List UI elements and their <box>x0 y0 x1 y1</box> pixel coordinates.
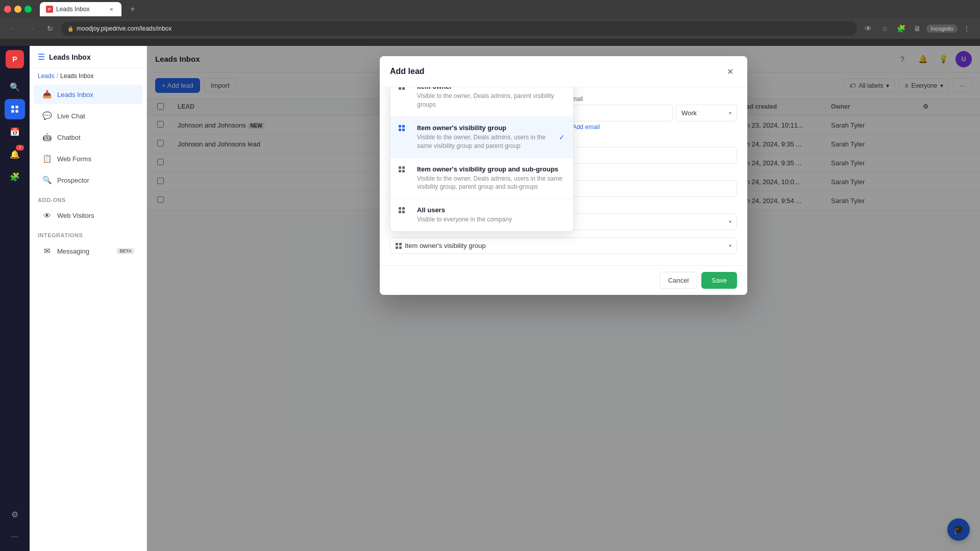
rail-icon-plugins[interactable]: 🧩 <box>5 166 25 187</box>
email-type-select[interactable]: Work ▾ <box>676 105 737 121</box>
browser-chrome: ✕ − + P Leads Inbox ✕ + ← → ↻ 🔒 moodjoy.… <box>0 0 980 46</box>
email-input[interactable] <box>568 105 673 121</box>
rail-icon-notifications[interactable]: 🔔 7 <box>5 144 25 164</box>
prospector-icon: 🔍 <box>42 176 52 185</box>
sidebar-header: ☰ Leads Inbox <box>30 46 146 68</box>
web-visitors-icon: 👁 <box>42 211 52 220</box>
vis-grid-icon-1 <box>399 87 411 95</box>
sidebar-item-web-forms[interactable]: 📋 Web Forms <box>34 149 142 168</box>
active-tab[interactable]: P Leads Inbox ✕ <box>40 2 121 16</box>
vis-option-item-owner-subgroups[interactable]: Item owner's visibility group and sub-gr… <box>390 158 573 199</box>
refresh-button[interactable]: ↻ <box>43 21 57 36</box>
visibility-select[interactable]: Item owner's visibility group ▾ <box>390 237 737 254</box>
vis-option-desc-1: Visible to the owner, Deals admins, pare… <box>417 92 565 109</box>
svg-rect-3 <box>16 110 18 113</box>
vis-option-title-2: Item owner's visibility group <box>417 124 553 132</box>
forward-button[interactable]: → <box>24 21 39 36</box>
add-ons-section-label: ADD-ONS <box>30 191 146 205</box>
address-bar[interactable]: 🔒 moodjoy.pipedrive.com/leads/inbox <box>61 21 857 36</box>
chevron-down-icon: ▾ <box>729 110 731 116</box>
grid-icon <box>396 243 402 249</box>
email-label: Email <box>568 95 737 103</box>
vis-option-content-2: Item owner's visibility group Visible to… <box>417 124 553 151</box>
visibility-chevron-icon: ▾ <box>729 243 731 248</box>
vis-option-title-1: Item owner <box>417 87 565 90</box>
email-form-group: Email Work ▾ + Add email <box>568 95 737 131</box>
modal-close-button[interactable]: ✕ <box>723 64 737 79</box>
breadcrumb-separator: / <box>57 72 58 80</box>
app-logo[interactable]: P <box>6 50 24 68</box>
vis-option-desc-4: Visible to everyone in the company <box>417 215 565 224</box>
menu-icon[interactable]: ⋮ <box>960 21 974 36</box>
sidebar-item-live-chat[interactable]: 💬 Live Chat <box>34 106 142 126</box>
main-content: Leads Inbox ? 🔔 💡 U + Add lead Import 🏷 … <box>147 46 980 551</box>
vis-option-desc-3: Visible to the owner, Deals admins, user… <box>417 174 565 192</box>
tab-title: Leads Inbox <box>56 6 89 13</box>
sidebar-item-prospector-label: Prospector <box>57 177 89 184</box>
svg-rect-2 <box>11 110 14 113</box>
profile-icon[interactable]: 🖥 <box>910 21 924 36</box>
chatbot-icon: 🤖 <box>42 133 52 142</box>
incognito-badge: Incognito <box>926 24 958 33</box>
sidebar-item-messaging[interactable]: ✉ Messaging BETA <box>34 241 142 261</box>
sidebar-item-prospector[interactable]: 🔍 Prospector <box>34 170 142 190</box>
sidebar: ☰ Leads Inbox Leads / Leads Inbox 📥 Lead… <box>30 46 147 551</box>
add-lead-modal: Add lead ✕ Person 👤 Edward Johnson NEW <box>380 56 747 295</box>
sidebar-item-leads-inbox[interactable]: 📥 Leads Inbox <box>34 85 142 104</box>
rail-icon-activities[interactable]: 📅 <box>5 121 25 142</box>
back-button[interactable]: ← <box>6 21 20 36</box>
sidebar-item-chatbot-label: Chatbot <box>57 134 81 141</box>
vis-option-content-4: All users Visible to everyone in the com… <box>417 206 565 224</box>
visibility-section: Item owner's visibility group ▾ <box>390 237 737 254</box>
lock-icon: 🔒 <box>67 26 74 32</box>
sidebar-header-title: Leads Inbox <box>49 53 91 61</box>
rail-icon-more[interactable]: ··· <box>5 527 25 547</box>
tab-close-button[interactable]: ✕ <box>107 5 115 13</box>
vis-option-desc-2: Visible to the owner, Deals admins, user… <box>417 133 553 151</box>
bookmark-star-icon[interactable]: ☆ <box>877 21 892 36</box>
messaging-beta-badge: BETA <box>117 248 134 254</box>
rail-icon-leads[interactable] <box>5 99 25 119</box>
browser-toolbar-actions: 👁 ☆ 🧩 🖥 Incognito ⋮ <box>861 21 974 36</box>
modal-title: Add lead <box>390 67 425 76</box>
eye-off-icon[interactable]: 👁 <box>861 21 875 36</box>
vis-option-title-3: Item owner's visibility group and sub-gr… <box>417 165 565 173</box>
sidebar-item-messaging-label: Messaging <box>57 247 89 255</box>
window-controls: ✕ − + <box>4 6 32 13</box>
rail-icon-search[interactable]: 🔍 <box>5 77 25 97</box>
notification-badge: 7 <box>16 145 24 151</box>
vis-grid-icon-2 <box>399 124 411 136</box>
sidebar-item-chatbot[interactable]: 🤖 Chatbot <box>34 128 142 147</box>
browser-titlebar: ✕ − + P Leads Inbox ✕ + <box>0 0 980 18</box>
sidebar-item-web-visitors-label: Web Visitors <box>57 212 94 219</box>
sidebar-item-web-forms-label: Web Forms <box>57 155 91 163</box>
add-email-link[interactable]: + Add email <box>568 123 737 131</box>
sidebar-item-web-visitors[interactable]: 👁 Web Visitors <box>34 206 142 225</box>
live-chat-icon: 💬 <box>42 111 52 120</box>
rail-icon-settings[interactable]: ⚙ <box>5 504 25 524</box>
vis-option-all-users[interactable]: All users Visible to everyone in the com… <box>390 199 573 231</box>
cancel-button[interactable]: Cancel <box>659 272 697 289</box>
email-row: Work ▾ <box>568 105 737 121</box>
minimize-button[interactable]: − <box>14 6 21 13</box>
icon-rail: P 🔍 📅 🔔 7 🧩 ⚙ ··· <box>0 46 30 551</box>
vis-option-item-owner-group[interactable]: Item owner's visibility group Visible to… <box>390 117 573 158</box>
breadcrumb: Leads / Leads Inbox <box>30 68 146 84</box>
visibility-current-label: Item owner's visibility group <box>405 242 486 249</box>
breadcrumb-leads-link[interactable]: Leads <box>38 72 55 80</box>
app-container: P 🔍 📅 🔔 7 🧩 ⚙ ··· ☰ Leads Inbox Leads / … <box>0 46 980 551</box>
sidebar-item-leads-inbox-label: Leads Inbox <box>57 91 93 98</box>
extensions-icon[interactable]: 🧩 <box>894 21 908 36</box>
vis-grid-icon-4 <box>399 206 411 218</box>
maximize-button[interactable]: + <box>24 6 32 13</box>
close-button[interactable]: ✕ <box>4 6 11 13</box>
modal-overlay: Add lead ✕ Person 👤 Edward Johnson NEW <box>147 46 980 551</box>
checkmark-icon: ✓ <box>559 124 565 151</box>
currency-chevron-icon: ▾ <box>729 219 731 224</box>
visibility-dropdown: Item owner Visible to the owner, Deals a… <box>390 87 574 232</box>
new-tab-button[interactable]: + <box>126 2 140 16</box>
sidebar-item-live-chat-label: Live Chat <box>57 112 85 120</box>
work-label: Work <box>681 109 697 117</box>
save-button[interactable]: Save <box>701 272 737 289</box>
vis-option-item-owner[interactable]: Item owner Visible to the owner, Deals a… <box>390 87 573 117</box>
